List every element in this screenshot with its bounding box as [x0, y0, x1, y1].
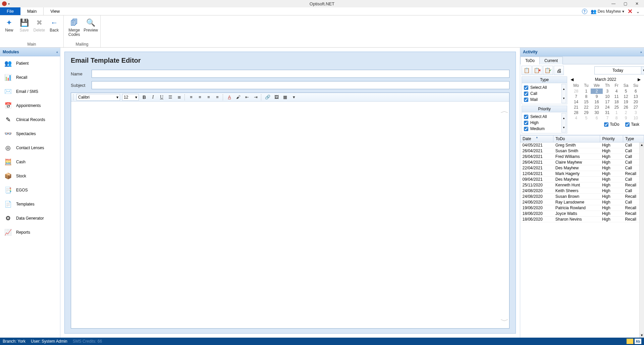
- grid-row[interactable]: 26/04/2021Claire MayhewHighCall: [521, 160, 644, 165]
- calendar-day[interactable]: 10: [631, 115, 641, 121]
- sidebar-item-data-generator[interactable]: ⚙Data Generator: [0, 211, 60, 225]
- ribbon-preview-button[interactable]: 🔍Preview: [83, 17, 98, 33]
- grid-scrollbar[interactable]: ▲ ▼: [639, 142, 644, 338]
- sidebar-item-spectacles[interactable]: 👓Spectacles: [0, 127, 60, 141]
- calendar-day[interactable]: 3: [631, 110, 641, 115]
- grid-row[interactable]: 22/04/2021Des MayhewHighCall: [521, 165, 644, 171]
- calendar-day[interactable]: 22: [582, 105, 591, 110]
- priority-option-high[interactable]: High: [523, 120, 566, 126]
- type-option-mail[interactable]: Mail: [523, 97, 566, 103]
- print-button[interactable]: 🖨: [554, 66, 564, 75]
- calendar-day[interactable]: 18: [612, 99, 621, 105]
- grid-row[interactable]: 19/06/2020Patricia RowlandHighRecall: [521, 205, 644, 211]
- calendar-day[interactable]: 7: [571, 94, 582, 99]
- activity-collapse-button[interactable]: ››: [640, 50, 641, 54]
- calendar-next-button[interactable]: ▶: [638, 77, 641, 82]
- calendar-day[interactable]: 26: [621, 105, 631, 110]
- calendar-day[interactable]: 28: [571, 89, 582, 94]
- priority-scroll-up[interactable]: ▲: [562, 113, 566, 123]
- grid-row[interactable]: 18/06/2020Joyce WattsHighRecall: [521, 211, 644, 217]
- calendar-day[interactable]: 17: [603, 99, 612, 105]
- bullet-list-button[interactable]: ☰: [167, 94, 174, 101]
- calendar-day[interactable]: 15: [582, 99, 591, 105]
- calendar-day[interactable]: 14: [571, 99, 582, 105]
- sidebar-item-appointments[interactable]: 📅Appointments: [0, 99, 60, 113]
- underline-button[interactable]: U: [158, 94, 165, 101]
- calendar-day[interactable]: 27: [631, 105, 641, 110]
- ribbon-new-button[interactable]: ✦New: [2, 17, 16, 33]
- type-scroll-down[interactable]: ▼: [562, 94, 566, 103]
- type-scroll-up[interactable]: ▲: [562, 84, 566, 94]
- grid-row[interactable]: 12/04/2021Mark HagertyHighRecall: [521, 171, 644, 177]
- calendar-day[interactable]: 31: [603, 110, 612, 115]
- align-justify-button[interactable]: ≡: [214, 94, 221, 101]
- sidebar-item-stock[interactable]: 📦Stock: [0, 169, 60, 183]
- type-option-call[interactable]: Call: [523, 91, 566, 97]
- calendar-day[interactable]: 9: [621, 115, 631, 121]
- rte-textarea[interactable]: ︿ ﹀: [71, 102, 509, 328]
- ribbon-back-button[interactable]: ←Back: [47, 17, 61, 33]
- ribbon-save-button[interactable]: 💾Save: [17, 17, 32, 33]
- grid-row[interactable]: 18/06/2020Sharon NevinsHighRecall: [521, 217, 644, 222]
- tab-current[interactable]: Current: [539, 57, 563, 64]
- calendar-prev-button[interactable]: ◀: [571, 77, 574, 82]
- calendar-day[interactable]: 11: [612, 94, 621, 99]
- close-tab-button[interactable]: ✕: [628, 8, 633, 15]
- today-dropdown[interactable]: ▼: [641, 66, 644, 74]
- menu-main[interactable]: Main: [20, 7, 44, 15]
- sidebar-item-email-sms[interactable]: ✉️Email / SMS: [0, 84, 60, 99]
- priority-option-select-all[interactable]: Select All: [523, 114, 566, 120]
- minimize-button[interactable]: —: [611, 1, 615, 6]
- more-dropdown[interactable]: ▾: [290, 94, 297, 101]
- grid-row[interactable]: 26/04/2021Fred WilliamsHighCall: [521, 154, 644, 160]
- align-center-button[interactable]: ≡: [197, 94, 203, 101]
- grid-header-date[interactable]: Date: [521, 135, 553, 142]
- insert-table-button[interactable]: ▦: [282, 94, 288, 101]
- scroll-up-button[interactable]: ▲: [640, 142, 644, 147]
- maximize-button[interactable]: ▢: [624, 1, 627, 6]
- calendar-day[interactable]: 12: [621, 94, 631, 99]
- ribbon-merge-codes-button[interactable]: 🗐Merge Codes: [66, 17, 83, 37]
- calendar-day[interactable]: 21: [571, 105, 582, 110]
- grid-row[interactable]: 25/11/2020Kenneth HuntHighRecall: [521, 182, 644, 188]
- calendar-day[interactable]: 16: [591, 99, 602, 105]
- font-color-button[interactable]: A: [226, 94, 233, 101]
- align-right-button[interactable]: ≡: [205, 94, 212, 101]
- priority-option-medium[interactable]: Medium: [523, 126, 566, 132]
- checkbox-todo[interactable]: ToDo: [604, 122, 619, 127]
- calendar-day[interactable]: 29: [582, 110, 591, 115]
- calendar-day[interactable]: 4: [612, 89, 621, 94]
- checkbox-task[interactable]: Task: [625, 122, 639, 127]
- calendar-day[interactable]: 4: [571, 115, 582, 121]
- sidebar-item-patient[interactable]: 👥Patient: [0, 56, 60, 70]
- grid-header-type[interactable]: Type: [623, 135, 644, 142]
- calendar-day[interactable]: 7: [603, 115, 612, 121]
- grid-row[interactable]: 24/06/2020Ray LansdowneHighCall: [521, 199, 644, 205]
- calendar-day[interactable]: 6: [631, 89, 641, 94]
- calendar-day[interactable]: 19: [621, 99, 631, 105]
- calendar-day[interactable]: 6: [591, 115, 602, 121]
- calendar-day[interactable]: 8: [582, 94, 591, 99]
- insert-link-button[interactable]: 🔗: [264, 94, 271, 101]
- sidebar-item-templates[interactable]: 📄Templates: [0, 197, 60, 211]
- grid-row[interactable]: 26/04/2021Susan SmithHighCall: [521, 148, 644, 154]
- grid-header-todo[interactable]: ToDo: [553, 135, 600, 142]
- scroll-down-button[interactable]: ▼: [640, 333, 644, 338]
- grid-row[interactable]: 24/08/2020Susan BrownHighRecall: [521, 194, 644, 199]
- calendar-day[interactable]: 2: [591, 89, 602, 94]
- insert-image-button[interactable]: 🖼: [273, 94, 280, 101]
- calendar-day[interactable]: 5: [621, 89, 631, 94]
- subject-input[interactable]: [92, 81, 509, 89]
- help-icon[interactable]: ?: [582, 9, 587, 14]
- outdent-button[interactable]: ⇤: [244, 94, 250, 101]
- indent-button[interactable]: ⇥: [252, 94, 259, 101]
- calendar-day[interactable]: 24: [603, 105, 612, 110]
- font-size-select[interactable]: 12▾: [122, 94, 139, 101]
- collapse-ribbon-button[interactable]: ⌄: [636, 9, 640, 14]
- status-indicator-1[interactable]: [627, 339, 633, 344]
- modules-collapse-button[interactable]: ‹‹: [56, 50, 57, 54]
- tab-todo[interactable]: ToDo: [520, 57, 540, 64]
- sidebar-item-recall[interactable]: 📊Recall: [0, 70, 60, 84]
- font-family-select[interactable]: Calibri▾: [76, 94, 120, 101]
- italic-button[interactable]: I: [150, 94, 156, 101]
